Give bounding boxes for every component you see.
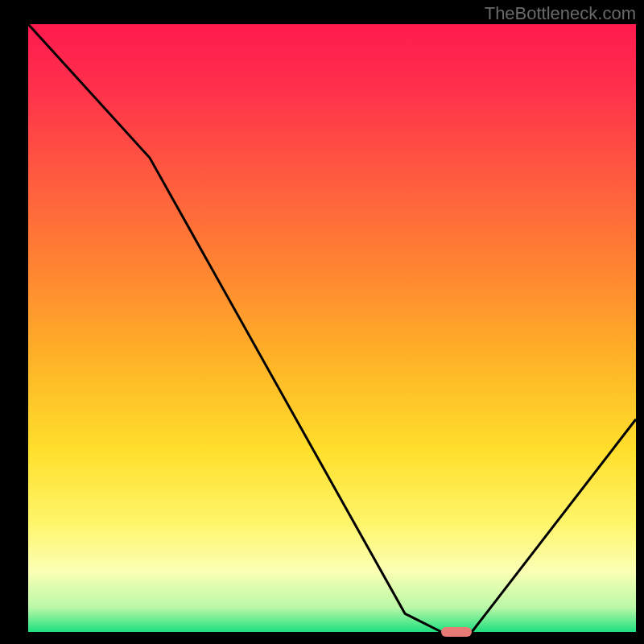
chart-background (28, 24, 636, 632)
bottleneck-chart (0, 0, 644, 644)
optimal-marker (441, 627, 472, 637)
watermark-text: TheBottleneck.com (485, 3, 636, 24)
